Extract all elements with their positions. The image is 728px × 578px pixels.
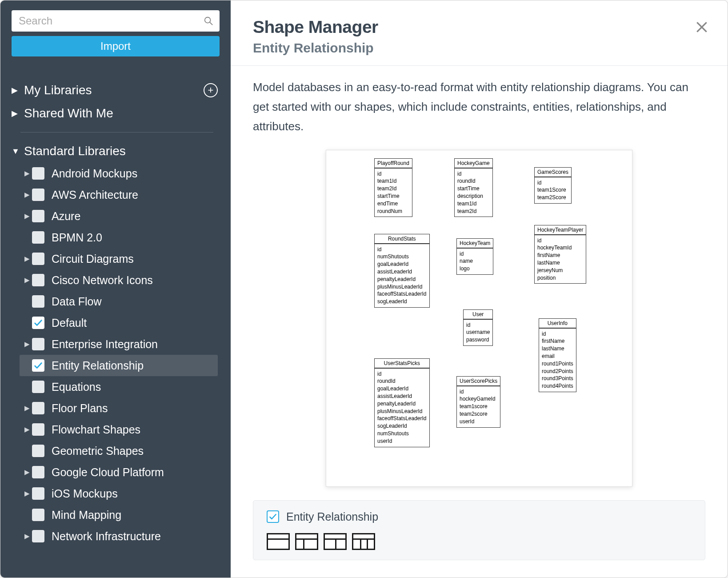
library-item[interactable]: ▶Entity Relationship — [20, 355, 218, 376]
check-icon — [33, 361, 43, 370]
library-checkbox[interactable] — [32, 231, 44, 244]
er-entity-name: RoundStats — [375, 234, 429, 244]
library-checkbox[interactable] — [32, 445, 44, 457]
library-label: Equations — [52, 381, 101, 393]
library-item[interactable]: ▶Android Mockups — [20, 163, 218, 184]
er-entity: UserStatsPicksidroundIdgoalLeaderIdassis… — [374, 358, 430, 447]
library-checkbox[interactable] — [32, 359, 44, 372]
library-checkbox[interactable] — [32, 509, 44, 521]
search-input[interactable] — [12, 10, 220, 32]
er-diagram-image: PlayoffRoundidteam1Idteam2IdstartTimeend… — [326, 150, 632, 487]
library-item[interactable]: ▶Flowchart Shapes — [20, 419, 218, 440]
library-item[interactable]: ▶Geometric Shapes — [20, 440, 218, 462]
er-entity-attrs: idroundIdgoalLeaderIdassistLeaderIdpenal… — [375, 368, 429, 447]
library-checkbox[interactable] — [32, 402, 44, 414]
caret-right-icon: ▶ — [22, 169, 32, 177]
caret-right-icon: ▶ — [22, 532, 32, 540]
library-checkbox[interactable] — [32, 487, 44, 500]
library-checkbox[interactable] — [32, 295, 44, 308]
entity-shape-3col-icon[interactable] — [352, 533, 375, 550]
caret-right-icon: ▶ — [22, 404, 32, 412]
er-entity: HockeyGameidroundIdstartTimedescriptiont… — [454, 158, 493, 217]
library-item[interactable]: ▶Equations — [20, 376, 218, 397]
entity-shape-2col-mid-icon[interactable] — [324, 533, 347, 550]
search-wrap — [12, 10, 220, 32]
library-item[interactable]: ▶Floor Plans — [20, 397, 218, 419]
library-label: AWS Architecture — [52, 189, 138, 201]
er-entity-attrs: idhockeyGameIdteam1scoreteam2scoreuserId — [457, 386, 500, 427]
library-item[interactable]: ▶AWS Architecture — [20, 184, 218, 205]
library-checkbox[interactable] — [32, 530, 44, 542]
import-button[interactable]: Import — [12, 36, 220, 56]
sidebar: Import ▶ My Libraries + ▶ Shared With Me… — [0, 0, 231, 578]
shared-with-me-header[interactable]: ▶ Shared With Me — [12, 102, 218, 125]
my-libraries-header[interactable]: ▶ My Libraries + — [12, 79, 218, 102]
entity-relationship-checkbox[interactable] — [267, 510, 279, 523]
caret-right-icon: ▶ — [22, 425, 32, 434]
er-entity-name: UserStatsPicks — [375, 359, 429, 368]
caret-right-icon: ▶ — [22, 490, 32, 498]
caret-right-icon: ▶ — [22, 255, 32, 263]
plus-icon: + — [208, 85, 214, 95]
caret-right-icon: ▶ — [22, 340, 32, 348]
svg-point-0 — [205, 17, 211, 23]
library-checkbox[interactable] — [32, 167, 44, 180]
er-entity-attrs: idteam1Idteam2IdstartTimeendTimeroundNum — [375, 168, 412, 217]
library-label: Entity Relationship — [52, 359, 144, 372]
check-icon — [268, 512, 277, 521]
shared-with-me-label: Shared With Me — [24, 106, 113, 120]
entity-shape-2col-left-icon[interactable] — [295, 533, 318, 550]
library-item[interactable]: ▶iOS Mockups — [20, 483, 218, 504]
footer-row: Entity Relationship — [267, 510, 692, 523]
library-checkbox[interactable] — [32, 338, 44, 350]
library-item[interactable]: ▶Default — [20, 312, 218, 333]
library-checkbox[interactable] — [32, 210, 44, 222]
standard-libraries-header[interactable]: ▼ Standard Libraries — [12, 140, 218, 163]
shape-manager-dialog: Import ▶ My Libraries + ▶ Shared With Me… — [0, 0, 728, 578]
library-item[interactable]: ▶Azure — [20, 205, 218, 227]
library-checkbox[interactable] — [32, 189, 44, 201]
svg-line-1 — [210, 22, 212, 25]
library-item[interactable]: ▶Mind Mapping — [20, 504, 218, 526]
library-label: Azure — [52, 210, 80, 223]
library-checkbox[interactable] — [32, 423, 44, 436]
caret-right-icon: ▶ — [22, 276, 32, 284]
library-item[interactable]: ▶Network Infrastructure — [20, 526, 218, 547]
er-entity-attrs: idroundIdstartTimedescriptionteam1Idteam… — [455, 168, 492, 217]
er-entity-name: HockeyTeamPlayer — [535, 225, 586, 235]
library-checkbox[interactable] — [32, 253, 44, 265]
er-entity-attrs: idnamelogo — [457, 248, 493, 274]
er-entity-attrs: idfirstNamelastNameemailround1Pointsroun… — [539, 328, 576, 392]
library-item[interactable]: ▶Cisco Network Icons — [20, 269, 218, 291]
close-button[interactable] — [693, 18, 711, 36]
caret-right-icon: ▶ — [12, 85, 18, 95]
library-label: Mind Mapping — [52, 509, 121, 522]
er-entity-name: HockeyTeam — [457, 239, 493, 248]
caret-right-icon: ▶ — [22, 468, 32, 476]
library-item[interactable]: ▶Enterprise Integration — [20, 333, 218, 355]
caret-right-icon: ▶ — [12, 108, 18, 118]
library-label: Floor Plans — [52, 402, 108, 415]
content: Shape Manager Entity Relationship Model … — [231, 0, 728, 578]
divider — [20, 132, 213, 132]
search-icon — [204, 16, 213, 26]
footer-label: Entity Relationship — [286, 510, 378, 523]
library-item[interactable]: ▶BPMN 2.0 — [20, 227, 218, 248]
entity-shape-1col-icon[interactable] — [267, 533, 290, 550]
library-checkbox[interactable] — [32, 274, 44, 286]
library-checkbox[interactable] — [32, 317, 44, 329]
my-libraries-label: My Libraries — [24, 83, 92, 97]
er-entity: UserScorePicksidhockeyGameIdteam1scorete… — [456, 376, 500, 428]
description: Model databases in an easy-to-read forma… — [253, 77, 705, 136]
add-library-button[interactable]: + — [204, 83, 218, 97]
library-checkbox[interactable] — [32, 381, 44, 393]
library-item[interactable]: ▶Data Flow — [20, 291, 218, 312]
library-checkbox[interactable] — [32, 466, 44, 478]
library-item[interactable]: ▶Circuit Diagrams — [20, 248, 218, 269]
library-footer-card: Entity Relationship — [253, 500, 705, 560]
er-entity: RoundStatsidnumShutoutsgoalLeaderIdassis… — [374, 234, 430, 308]
er-entity: PlayoffRoundidteam1Idteam2IdstartTimeend… — [374, 158, 412, 217]
library-item[interactable]: ▶Google Cloud Platform — [20, 462, 218, 483]
library-label: Enterprise Integration — [52, 338, 158, 351]
library-label: Default — [52, 317, 87, 329]
